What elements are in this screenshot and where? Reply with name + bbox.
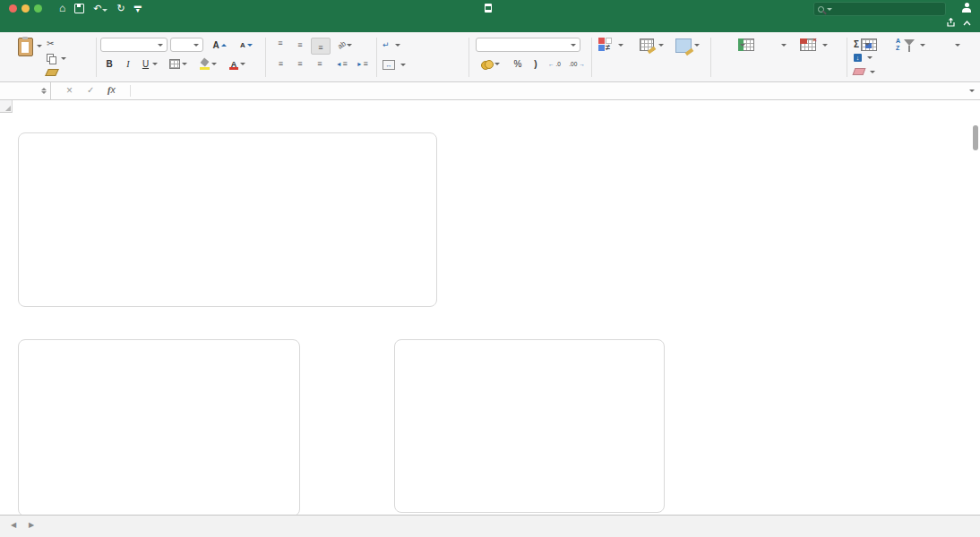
vertical-scrollbar[interactable] bbox=[973, 125, 978, 150]
sheet-tab-bar: ◀ ▶ bbox=[0, 515, 980, 537]
bar-chart[interactable] bbox=[394, 339, 665, 513]
pie-chart[interactable] bbox=[18, 339, 300, 516]
excel-window: ⌂ ↶ ↻ ▬▾ bbox=[0, 0, 980, 537]
bar-chart-title-banner bbox=[391, 323, 745, 335]
line-chart[interactable] bbox=[18, 132, 437, 307]
line-chart-title-banner bbox=[13, 114, 299, 125]
pie-chart-title-banner bbox=[13, 323, 299, 335]
prev-sheet-icon[interactable]: ◀ bbox=[11, 521, 16, 529]
next-sheet-icon[interactable]: ▶ bbox=[29, 521, 34, 529]
